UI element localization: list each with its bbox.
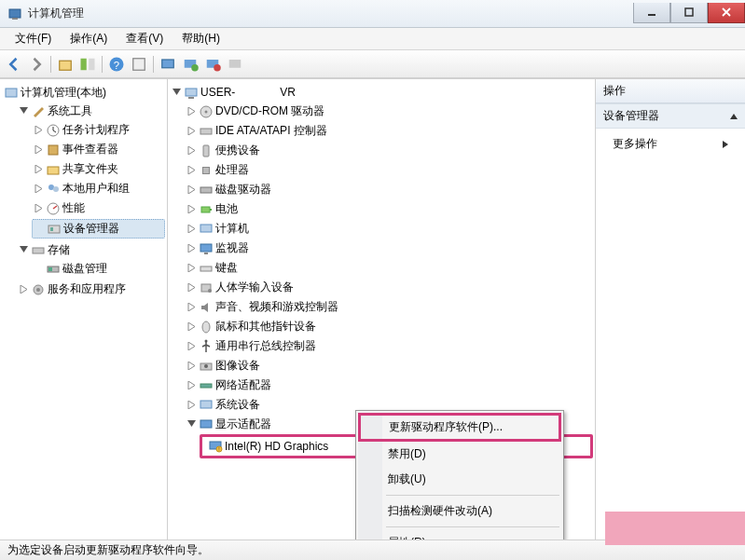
toolbar-uninstall-button[interactable]	[202, 54, 223, 75]
context-uninstall[interactable]: 卸载(U)	[358, 467, 561, 492]
status-text: 为选定设备启动更新驱动程序软件向导。	[7, 542, 209, 558]
expand-icon[interactable]	[34, 164, 44, 174]
toolbar-help-button[interactable]: ?	[106, 54, 127, 75]
computer-mgmt-icon	[4, 86, 19, 101]
toolbar-up-button[interactable]	[55, 54, 76, 75]
tree-item-shared-folders[interactable]: 共享文件夹	[32, 160, 165, 178]
context-disable[interactable]: 禁用(D)	[358, 442, 561, 467]
tree-label: 网络适配器	[215, 377, 271, 393]
collapse-icon[interactable]	[19, 106, 29, 116]
tree-item-disk[interactable]: 磁盘驱动器	[185, 181, 593, 198]
maximize-button[interactable]	[670, 3, 708, 23]
svg-text:!: !	[218, 446, 219, 452]
expand-icon[interactable]	[186, 302, 197, 312]
tree-label: USER- VR	[200, 85, 296, 101]
context-scan-hardware[interactable]: 扫描检测硬件改动(A)	[358, 499, 561, 524]
expand-icon[interactable]	[186, 184, 197, 195]
menu-action[interactable]: 操作(A)	[61, 28, 117, 49]
menu-view[interactable]: 查看(V)	[117, 28, 172, 49]
expand-icon[interactable]	[186, 380, 197, 390]
tree-item-battery[interactable]: 电池	[185, 200, 593, 218]
svg-rect-6	[89, 58, 94, 70]
tree-item-cpu[interactable]: 处理器	[185, 161, 593, 179]
tree-item-services-apps[interactable]: 服务和应用程序	[17, 280, 165, 298]
expand-icon[interactable]	[186, 361, 197, 371]
mouse-icon	[199, 320, 214, 335]
tree-item-hid[interactable]: 人体学输入设备	[185, 279, 593, 296]
context-update-driver[interactable]: 更新驱动程序软件(P)...	[358, 413, 561, 442]
tree-item-disk-mgmt[interactable]: 磁盘管理	[32, 260, 165, 278]
toolbar-show-hide-button[interactable]	[77, 54, 98, 75]
minimize-button[interactable]	[633, 3, 670, 23]
tree-item-sound[interactable]: 声音、视频和游戏控制器	[185, 298, 593, 316]
toolbar-enable-button[interactable]	[225, 54, 245, 75]
tree-item-performance[interactable]: 性能	[32, 199, 165, 217]
tree-label: IDE ATA/ATAPI 控制器	[215, 123, 327, 139]
collapse-icon[interactable]	[19, 245, 29, 255]
tree-label: 计算机	[215, 221, 249, 237]
tree-item-computer[interactable]: 计算机	[185, 220, 593, 238]
tree-item-task-scheduler[interactable]: 任务计划程序	[32, 121, 165, 139]
tree-item-event-viewer[interactable]: 事件查看器	[32, 141, 165, 158]
tree-label: 设备管理器	[63, 221, 119, 237]
close-button[interactable]	[708, 3, 745, 23]
tree-item-system-tools[interactable]: 系统工具	[17, 102, 165, 120]
tree-item-computer-root[interactable]: USER- VR	[170, 84, 593, 102]
tree-label: 系统设备	[215, 397, 260, 413]
actions-group-device-manager[interactable]: 设备管理器	[596, 103, 745, 129]
svg-rect-44	[200, 266, 212, 271]
tree-label: 任务计划程序	[62, 122, 130, 138]
toolbar-separator	[102, 56, 103, 73]
tree-item-monitor[interactable]: 监视器	[185, 239, 593, 257]
toolbar-update-button[interactable]	[180, 54, 200, 75]
tree-item-mouse[interactable]: 鼠标和其他指针设备	[185, 318, 593, 335]
expand-icon[interactable]	[186, 321, 197, 332]
toolbar-forward-button[interactable]	[26, 54, 47, 75]
cpu-icon	[199, 163, 214, 178]
expand-icon[interactable]	[186, 126, 197, 136]
expand-icon[interactable]	[186, 400, 197, 410]
tree-item-usb[interactable]: 通用串行总线控制器	[185, 337, 593, 355]
tree-item-portable[interactable]: 便携设备	[185, 142, 593, 159]
svg-rect-37	[203, 168, 209, 173]
actions-pane-header: 操作	[596, 79, 745, 103]
expand-icon[interactable]	[186, 106, 197, 116]
tree-item-storage[interactable]: 存储	[17, 241, 165, 259]
tree-item-root[interactable]: 计算机管理(本地)	[2, 84, 165, 102]
tree-item-local-users[interactable]: 本地用户和组	[32, 180, 165, 198]
tree-item-network[interactable]: 网络适配器	[185, 376, 593, 394]
expand-icon[interactable]	[186, 145, 197, 156]
menu-help[interactable]: 帮助(H)	[172, 28, 229, 49]
expand-icon[interactable]	[34, 144, 44, 155]
toolbar-properties-button[interactable]	[129, 54, 149, 75]
tree-item-imaging[interactable]: 图像设备	[185, 357, 593, 375]
collapse-icon[interactable]	[172, 88, 182, 98]
expand-icon[interactable]	[186, 224, 197, 234]
svg-rect-43	[204, 253, 208, 254]
tree-item-device-manager[interactable]: 设备管理器	[32, 219, 165, 239]
tree-item-dvd[interactable]: DVD/CD-ROM 驱动器	[185, 102, 593, 120]
tree-label: 便携设备	[215, 143, 260, 158]
toolbar-back-button[interactable]	[4, 54, 24, 75]
expand-icon[interactable]	[34, 184, 44, 194]
expand-icon[interactable]	[186, 243, 197, 253]
device-tree[interactable]: USER- VR DVD/CD-ROM 驱动器IDE ATA/ATAPI 控制器…	[168, 79, 596, 540]
context-properties[interactable]: 属性(R)	[358, 530, 561, 540]
tree-item-keyboard[interactable]: 键盘	[185, 259, 593, 277]
expand-icon[interactable]	[186, 341, 197, 351]
expand-icon[interactable]	[34, 203, 44, 213]
expand-icon[interactable]	[186, 204, 197, 214]
expand-icon[interactable]	[34, 125, 44, 135]
expand-icon[interactable]	[19, 284, 29, 294]
actions-item-more[interactable]: 更多操作	[596, 129, 745, 159]
toolbar-scan-button[interactable]	[158, 54, 178, 75]
expand-icon[interactable]	[186, 282, 197, 293]
menu-file[interactable]: 文件(F)	[6, 28, 61, 49]
system-icon	[199, 398, 214, 413]
tree-item-ide[interactable]: IDE ATA/ATAPI 控制器	[185, 122, 593, 140]
collapse-icon[interactable]	[186, 419, 197, 430]
display-icon	[199, 417, 214, 432]
left-navigation-tree[interactable]: 计算机管理(本地) 系统工具 任务计划程序	[0, 79, 168, 540]
expand-icon[interactable]	[186, 263, 197, 273]
expand-icon[interactable]	[186, 165, 197, 175]
